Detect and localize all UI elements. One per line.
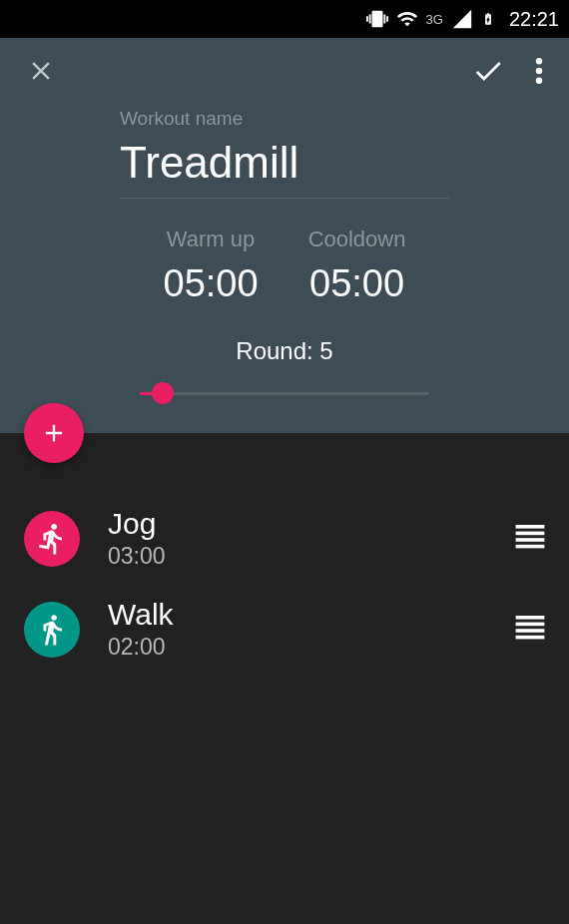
action-bar <box>0 38 569 108</box>
round-label: Round: 5 <box>0 337 569 365</box>
workout-name-input[interactable] <box>120 138 449 199</box>
network-label: 3G <box>426 12 443 27</box>
round-area: Round: 5 <box>0 337 569 403</box>
reorder-icon <box>515 616 545 640</box>
close-icon <box>26 56 56 86</box>
workout-form-panel: Workout name Warm up 05:00 Cooldown 05:0… <box>0 38 569 433</box>
close-button[interactable] <box>26 56 56 90</box>
warmup-field[interactable]: Warm up 05:00 <box>164 227 259 305</box>
exercise-name: Jog <box>108 507 487 541</box>
round-slider[interactable] <box>140 383 429 403</box>
plus-icon <box>40 419 68 447</box>
svg-rect-5 <box>516 538 545 542</box>
exercise-item-walk[interactable]: Walk 02:00 <box>0 584 569 675</box>
more-vert-icon <box>535 58 543 84</box>
check-icon <box>471 54 505 88</box>
svg-rect-8 <box>516 622 545 626</box>
signal-icon <box>451 8 473 30</box>
svg-rect-6 <box>516 544 545 548</box>
exercise-duration: 02:00 <box>108 634 487 661</box>
svg-point-0 <box>536 58 543 65</box>
battery-charging-icon <box>481 8 495 30</box>
svg-rect-4 <box>516 531 545 535</box>
exercise-list: Jog 03:00 Walk 02:00 <box>0 433 569 675</box>
slider-thumb[interactable] <box>152 382 174 404</box>
svg-point-2 <box>536 78 543 85</box>
clock-time: 22:21 <box>509 8 559 31</box>
exercise-duration: 03:00 <box>108 543 487 570</box>
workout-name-area: Workout name <box>0 108 569 199</box>
svg-rect-3 <box>516 525 545 529</box>
reorder-icon <box>515 525 545 549</box>
exercise-name: Walk <box>108 598 487 632</box>
svg-rect-7 <box>516 616 545 620</box>
cooldown-field[interactable]: Cooldown 05:00 <box>308 227 406 305</box>
vibrate-icon <box>366 8 388 30</box>
more-menu-button[interactable] <box>535 58 543 88</box>
exercise-text: Walk 02:00 <box>108 598 487 661</box>
exercise-text: Jog 03:00 <box>108 507 487 570</box>
warmup-value: 05:00 <box>164 262 259 305</box>
exercise-item-jog[interactable]: Jog 03:00 <box>0 493 569 584</box>
status-bar: 3G 22:21 <box>0 0 569 38</box>
times-row: Warm up 05:00 Cooldown 05:00 <box>0 227 569 305</box>
walking-icon <box>24 602 80 658</box>
drag-handle[interactable] <box>515 525 545 553</box>
workout-name-label: Workout name <box>120 108 449 130</box>
add-exercise-button[interactable] <box>24 403 84 463</box>
confirm-button[interactable] <box>471 54 505 92</box>
running-icon <box>24 511 80 567</box>
svg-point-1 <box>536 68 543 75</box>
cooldown-label: Cooldown <box>308 227 406 252</box>
cooldown-value: 05:00 <box>308 262 406 305</box>
drag-handle[interactable] <box>515 616 545 644</box>
svg-rect-10 <box>516 635 545 639</box>
svg-rect-9 <box>516 629 545 633</box>
warmup-label: Warm up <box>164 227 259 252</box>
wifi-icon <box>396 8 418 30</box>
